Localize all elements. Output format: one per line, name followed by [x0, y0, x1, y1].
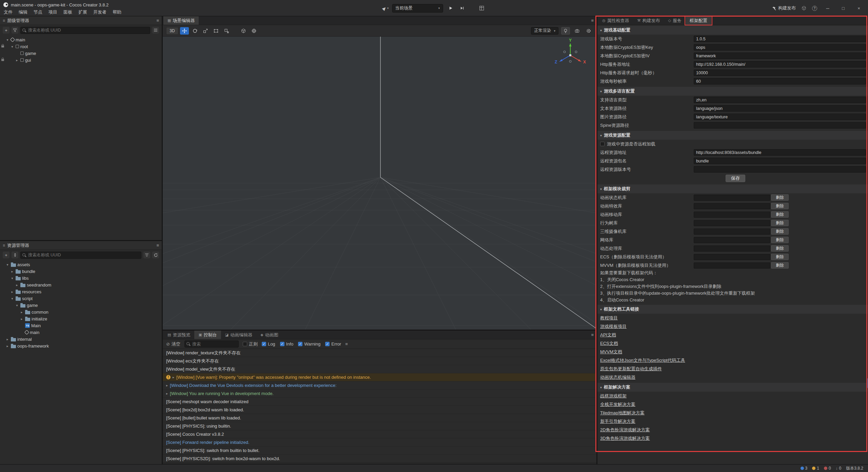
filter-list-icon[interactable]: [143, 252, 150, 258]
config-input[interactable]: framework: [694, 53, 866, 59]
save-button[interactable]: 保存: [726, 175, 745, 182]
step-button[interactable]: [458, 4, 466, 12]
log-row[interactable]: [Scene] [box2d]:box2d wasm lib loaded.: [163, 406, 596, 414]
chevron-closed-icon[interactable]: ▸: [15, 283, 19, 287]
chevron-closed-icon[interactable]: ▸: [5, 344, 9, 348]
log-row[interactable]: [Scene] [bullet]:bullet wasm lib loaded.: [163, 414, 596, 422]
tree-row[interactable]: ▸internal: [0, 336, 162, 342]
hierarchy-search-input[interactable]: [28, 27, 149, 34]
expand-icon[interactable]: ▸: [173, 375, 174, 379]
tab[interactable]: ◪动画编辑器: [221, 331, 256, 339]
layout-button[interactable]: [477, 4, 486, 12]
doc-link[interactable]: 3D角色扮演游戏解决方案: [597, 434, 868, 442]
log-row[interactable]: [Scene] Cocos Creator v3.8.2: [163, 430, 596, 438]
section-header[interactable]: ▾游戏基础配置: [597, 26, 868, 35]
remote-load-checkbox[interactable]: [600, 142, 605, 146]
tab[interactable]: ⚒构建发布: [633, 16, 664, 25]
tab-scene-editor[interactable]: ▦ 场景编辑器: [163, 16, 199, 25]
tree-row[interactable]: ▸initialize: [0, 315, 162, 322]
delete-button[interactable]: 删除: [771, 203, 789, 209]
config-input[interactable]: [694, 122, 866, 129]
checkbox-icon[interactable]: ✓: [298, 342, 302, 346]
error-count-badge[interactable]: 0: [824, 466, 831, 471]
filter-icon[interactable]: [12, 27, 18, 34]
checkbox-icon[interactable]: ✓: [325, 342, 330, 346]
chevron-open-icon[interactable]: ▾: [5, 263, 9, 267]
doc-link[interactable]: 游戏模板项目: [597, 322, 868, 331]
section-header[interactable]: ▾框架解决方案: [597, 383, 868, 392]
menu-item[interactable]: 开发者: [90, 8, 110, 16]
delete-button[interactable]: 删除: [771, 220, 789, 226]
sort-icon[interactable]: [12, 252, 18, 258]
projection-3d-button[interactable]: 3D: [166, 27, 178, 35]
config-input[interactable]: 10000: [694, 70, 866, 76]
doc-link[interactable]: 动画状态机编辑器: [597, 373, 868, 381]
panel-menu-icon[interactable]: ≡: [156, 243, 159, 248]
log-row[interactable]: [Window] ecs文件夹不存在: [163, 357, 596, 365]
panel-menu-icon[interactable]: ≡: [591, 332, 594, 337]
menu-item[interactable]: 项目: [45, 8, 60, 16]
delete-button[interactable]: 删除: [771, 245, 789, 252]
delete-button[interactable]: 删除: [771, 211, 789, 218]
help-icon[interactable]: [812, 6, 817, 11]
section-header[interactable]: ▾框架模块裁剪: [597, 184, 868, 193]
delete-button[interactable]: 删除: [771, 237, 789, 243]
doc-link[interactable]: 新手引导解决方案: [597, 417, 868, 426]
tab[interactable]: 框架配置: [686, 16, 711, 25]
transform-tool-button[interactable]: [222, 27, 231, 35]
info-count-badge[interactable]: 3: [801, 466, 808, 471]
doc-link[interactable]: ECS文档: [597, 339, 868, 348]
delete-button[interactable]: 删除: [771, 194, 789, 201]
chevron-closed-icon[interactable]: ▸: [10, 270, 14, 273]
config-input[interactable]: [694, 166, 866, 173]
warning-count-badge[interactable]: 1: [812, 466, 819, 471]
section-header[interactable]: ▾游戏多语言配置: [597, 87, 868, 96]
regex-checkbox[interactable]: [243, 342, 247, 346]
section-header[interactable]: ▾框架文档工具链接: [597, 305, 868, 314]
section-header[interactable]: ▾游戏资源配置: [597, 131, 868, 140]
config-input[interactable]: bundle: [694, 158, 866, 164]
camera-settings-button[interactable]: [573, 27, 581, 35]
chevron-closed-icon[interactable]: ▸: [20, 310, 24, 314]
scale-tool-button[interactable]: [201, 27, 210, 35]
tree-row[interactable]: ▾main: [0, 36, 162, 43]
menu-item[interactable]: 扩展: [75, 8, 90, 16]
chevron-closed-icon[interactable]: ▸: [10, 290, 14, 294]
scene-settings-button[interactable]: [584, 27, 593, 35]
checkbox-icon[interactable]: ✓: [280, 342, 284, 346]
menu-item[interactable]: 帮助: [110, 8, 124, 16]
doc-link[interactable]: 教程项目: [597, 314, 868, 322]
move-tool-button[interactable]: [180, 27, 189, 35]
create-asset-button[interactable]: +: [3, 252, 9, 258]
minimize-button[interactable]: ─: [823, 6, 833, 11]
config-input[interactable]: language/texture: [694, 114, 866, 120]
tree-row[interactable]: ▸oops-framework: [0, 342, 162, 349]
launch-scene-select[interactable]: 当前场景 ▾: [392, 4, 443, 13]
maximize-button[interactable]: □: [838, 6, 848, 11]
pivot-toggle-button[interactable]: [239, 27, 248, 35]
refresh-icon[interactable]: [152, 252, 159, 258]
collapse-logs-icon[interactable]: ≡: [345, 341, 348, 347]
expand-icon[interactable]: ▸: [166, 392, 168, 395]
tree-row[interactable]: ▾script: [0, 295, 162, 302]
log-row[interactable]: [Window] render_texture文件夹不存在: [163, 349, 596, 357]
coordinate-toggle-button[interactable]: [250, 27, 258, 35]
chevron-closed-icon[interactable]: ▸: [20, 317, 24, 321]
chevron-open-icon[interactable]: ▾: [10, 297, 14, 300]
close-button[interactable]: ×: [854, 6, 864, 11]
render-mode-select[interactable]: 正常渲染 ▾: [531, 27, 558, 35]
console-search-input[interactable]: [192, 341, 237, 347]
tree-row[interactable]: game: [0, 50, 162, 57]
tree-row[interactable]: ▸common: [0, 309, 162, 315]
log-filter-log[interactable]: ✓Log: [262, 341, 275, 347]
log-filter-info[interactable]: ✓Info: [280, 341, 294, 347]
play-button[interactable]: [446, 4, 454, 12]
chevron-open-icon[interactable]: ▾: [5, 38, 9, 42]
package-icon[interactable]: [801, 5, 807, 11]
log-row[interactable]: [Scene] [PHYSICS2D]: switch from box2d-w…: [163, 455, 596, 463]
doc-link[interactable]: 原生包热更新配置自动生成插件: [597, 365, 868, 373]
create-node-button[interactable]: +: [3, 27, 9, 34]
doc-link[interactable]: Tiledmap地图解决方案: [597, 409, 868, 417]
tree-row[interactable]: Main: [0, 322, 162, 329]
chevron-closed-icon[interactable]: ▸: [5, 337, 9, 341]
